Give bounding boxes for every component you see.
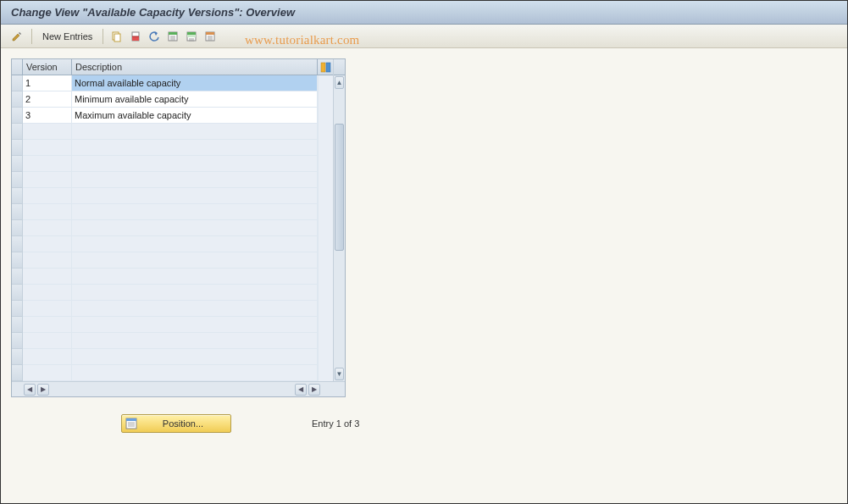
version-cell[interactable] [23,124,72,140]
row-selector[interactable] [12,349,23,365]
description-cell[interactable] [72,220,318,236]
version-cell[interactable]: 1 [23,75,72,91]
description-cell[interactable] [72,172,318,188]
entry-status-text: Entry 1 of 3 [312,418,359,429]
description-cell[interactable] [72,140,318,156]
version-cell[interactable] [23,140,72,156]
scroll-down-icon[interactable]: ▼ [335,368,344,380]
scroll-up-icon[interactable]: ▲ [335,76,344,89]
row-selector[interactable] [12,188,23,204]
new-entries-button[interactable]: New Entries [37,30,97,43]
svg-rect-1 [114,34,120,42]
column-header-version[interactable]: Version [23,59,72,75]
horizontal-scrollbar[interactable]: ◀ ▶ ◀ ▶ [12,381,345,396]
description-cell[interactable] [72,317,318,333]
version-cell[interactable] [23,269,72,285]
version-cell[interactable] [23,285,72,301]
description-cell[interactable]: Normal available capacity [72,75,318,91]
scroll-right-icon[interactable]: ▶ [308,384,320,396]
version-cell[interactable] [23,204,72,220]
version-cell[interactable] [23,317,72,333]
toggle-display-change-icon[interactable] [9,28,26,45]
version-cell[interactable] [23,156,72,172]
description-cell[interactable] [72,252,318,269]
scroll-left-icon[interactable]: ◀ [24,384,36,396]
row-selector[interactable] [12,269,23,285]
undo-icon[interactable] [146,28,163,45]
row-selector[interactable] [12,285,23,301]
content-area: Version 123 Description Normal available… [1,48,847,443]
deselect-all-icon[interactable] [202,28,219,45]
scroll-left-icon[interactable]: ◀ [295,384,307,396]
row-selector[interactable] [12,365,23,381]
row-selector[interactable] [12,220,23,236]
description-cell[interactable] [72,204,318,220]
position-icon [125,418,137,429]
description-cell[interactable] [72,365,318,381]
app-toolbar: New Entries [1,25,847,48]
description-cell[interactable] [72,156,318,172]
select-all-icon[interactable] [164,28,181,45]
row-selector[interactable] [12,317,23,333]
toolbar-separator [31,29,32,44]
svg-rect-20 [321,63,325,72]
row-selector-column [12,59,23,381]
column-header-description[interactable]: Description [72,59,318,75]
description-cell[interactable] [72,349,318,365]
select-block-icon[interactable] [183,28,200,45]
table-settings-icon[interactable] [318,59,333,75]
row-selector[interactable] [12,91,23,108]
description-cell[interactable]: Maximum available capacity [72,108,318,124]
row-selector[interactable] [12,236,23,252]
vertical-scrollbar[interactable]: ▲ ▼ [333,59,345,381]
svg-rect-23 [126,418,136,421]
vertical-scroll-thumb[interactable] [335,124,344,251]
data-table: Version 123 Description Normal available… [11,58,346,397]
description-cell[interactable] [72,188,318,204]
svg-rect-21 [326,63,330,72]
row-selector[interactable] [12,156,23,172]
version-cell[interactable] [23,365,72,381]
row-selector-header[interactable] [12,59,23,75]
row-selector[interactable] [12,333,23,349]
svg-rect-3 [132,36,139,41]
position-button-label: Position... [142,418,230,429]
svg-rect-6 [169,32,177,35]
footer: Position... Entry 1 of 3 [11,414,837,433]
delete-icon[interactable] [127,28,144,45]
description-cell[interactable]: Minimum available capacity [72,91,318,108]
svg-rect-16 [206,32,214,35]
copy-as-icon[interactable] [108,28,125,45]
row-selector[interactable] [12,108,23,124]
version-cell[interactable]: 3 [23,108,72,124]
row-selector[interactable] [12,172,23,188]
row-selector[interactable] [12,140,23,156]
version-cell[interactable] [23,301,72,317]
version-cell[interactable] [23,333,72,349]
version-cell[interactable] [23,172,72,188]
description-cell[interactable] [72,333,318,349]
toolbar-separator [103,29,103,44]
row-selector[interactable] [12,301,23,317]
description-cell[interactable] [72,301,318,317]
vertical-scroll-track[interactable] [334,90,345,367]
page-title: Change View "Available Capacity Versions… [1,1,847,25]
description-cell[interactable] [72,285,318,301]
row-selector[interactable] [12,204,23,220]
version-cell[interactable] [23,252,72,269]
version-cell[interactable] [23,188,72,204]
version-cell[interactable]: 2 [23,91,72,108]
row-selector[interactable] [12,75,23,91]
position-button[interactable]: Position... [121,414,231,433]
version-cell[interactable] [23,236,72,252]
version-cell[interactable] [23,220,72,236]
svg-rect-11 [187,32,196,35]
scroll-right-icon[interactable]: ▶ [37,384,49,396]
description-cell[interactable] [72,236,318,252]
description-cell[interactable] [72,269,318,285]
row-selector[interactable] [12,124,23,140]
row-selector[interactable] [12,252,23,269]
version-cell[interactable] [23,349,72,365]
description-cell[interactable] [72,124,318,140]
svg-rect-12 [187,35,196,37]
